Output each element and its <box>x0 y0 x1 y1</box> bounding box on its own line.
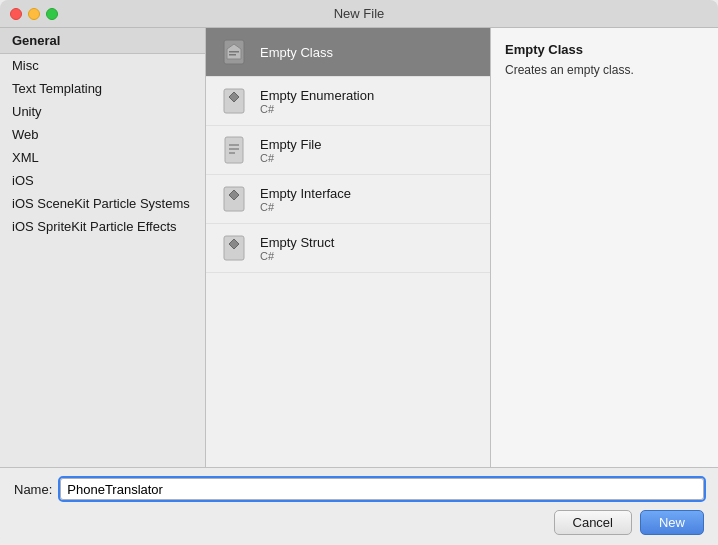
sidebar-item-ios-scenekit[interactable]: iOS SceneKit Particle Systems <box>0 192 205 215</box>
empty-enumeration-info: Empty Enumeration C# <box>260 88 374 115</box>
empty-interface-subtitle: C# <box>260 201 351 213</box>
title-bar: New File <box>0 0 718 28</box>
file-type-empty-enumeration[interactable]: Empty Enumeration C# <box>206 77 490 126</box>
close-button[interactable] <box>10 8 22 20</box>
empty-enumeration-subtitle: C# <box>260 103 374 115</box>
sidebar-item-web[interactable]: Web <box>0 123 205 146</box>
main-content: General Misc Text Templating Unity Web X… <box>0 28 718 467</box>
empty-enumeration-icon <box>218 85 250 117</box>
empty-file-icon <box>218 134 250 166</box>
name-input[interactable] <box>60 478 704 500</box>
button-row: Cancel New <box>14 510 704 535</box>
file-type-empty-file[interactable]: Empty File C# <box>206 126 490 175</box>
svg-rect-3 <box>229 54 236 56</box>
name-label: Name: <box>14 482 52 497</box>
description-text: Creates an empty class. <box>505 63 704 77</box>
empty-struct-info: Empty Struct C# <box>260 235 334 262</box>
sidebar-item-ios[interactable]: iOS <box>0 169 205 192</box>
empty-file-subtitle: C# <box>260 152 321 164</box>
empty-class-label: Empty Class <box>260 45 333 60</box>
empty-struct-label: Empty Struct <box>260 235 334 250</box>
traffic-lights <box>10 8 58 20</box>
file-type-empty-struct[interactable]: Empty Struct C# <box>206 224 490 273</box>
empty-interface-icon <box>218 183 250 215</box>
svg-rect-2 <box>229 51 239 53</box>
empty-enumeration-label: Empty Enumeration <box>260 88 374 103</box>
maximize-button[interactable] <box>46 8 58 20</box>
left-panel: General Misc Text Templating Unity Web X… <box>0 28 206 467</box>
sidebar-item-misc[interactable]: Misc <box>0 54 205 77</box>
cancel-button[interactable]: Cancel <box>554 510 632 535</box>
svg-rect-6 <box>225 137 243 163</box>
bottom-bar: Name: Cancel New <box>0 467 718 545</box>
middle-panel: Empty Class Empty Enumeration C# <box>206 28 491 467</box>
category-general[interactable]: General <box>0 28 205 54</box>
new-button[interactable]: New <box>640 510 704 535</box>
file-type-empty-class[interactable]: Empty Class <box>206 28 490 77</box>
window-title: New File <box>334 6 385 21</box>
empty-interface-info: Empty Interface C# <box>260 186 351 213</box>
sidebar-item-text-templating[interactable]: Text Templating <box>0 77 205 100</box>
sidebar-item-unity[interactable]: Unity <box>0 100 205 123</box>
empty-class-icon <box>218 36 250 68</box>
name-row: Name: <box>14 478 704 500</box>
file-type-empty-interface[interactable]: Empty Interface C# <box>206 175 490 224</box>
minimize-button[interactable] <box>28 8 40 20</box>
right-panel: Empty Class Creates an empty class. <box>491 28 718 467</box>
sidebar-item-xml[interactable]: XML <box>0 146 205 169</box>
description-title: Empty Class <box>505 42 704 57</box>
empty-file-info: Empty File C# <box>260 137 321 164</box>
sidebar-item-ios-spritekit[interactable]: iOS SpriteKit Particle Effects <box>0 215 205 238</box>
empty-struct-subtitle: C# <box>260 250 334 262</box>
empty-struct-icon <box>218 232 250 264</box>
empty-interface-label: Empty Interface <box>260 186 351 201</box>
empty-file-label: Empty File <box>260 137 321 152</box>
empty-class-info: Empty Class <box>260 45 333 60</box>
